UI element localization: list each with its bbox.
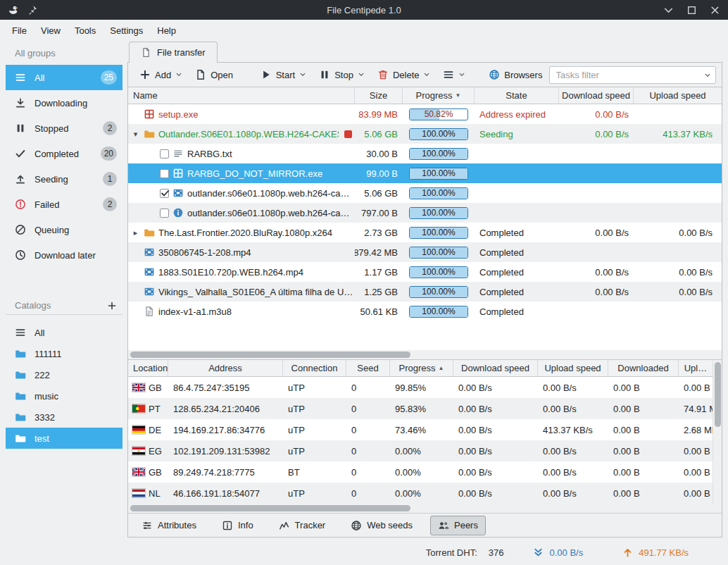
sidebar-item-stopped[interactable]: Stopped2 xyxy=(6,116,123,141)
task-row[interactable]: RARBG_DO_NOT_MIRROR.exe99.00 B100.00% xyxy=(128,163,722,183)
column-header-size[interactable]: Size xyxy=(355,87,403,104)
menu-item-help[interactable]: Help xyxy=(150,23,183,39)
progress-bar: 100.00% xyxy=(409,128,468,140)
task-row[interactable]: ▾Outlander.S06E01.1080p.WEB.H264-CAKES[r… xyxy=(128,124,722,144)
maximize-button[interactable] xyxy=(686,4,698,16)
catalog-item-label: All xyxy=(34,328,44,338)
task-download-speed-cell xyxy=(559,163,634,183)
info-file-icon xyxy=(172,207,184,218)
peer-row[interactable]: GB89.249.74.218:7775BT00.00%0.00 B/s0.00… xyxy=(128,461,713,483)
column-header-name[interactable]: Name xyxy=(128,87,355,104)
peer-address-cell: 102.191.209.131:53982 xyxy=(168,440,283,461)
peers-icon xyxy=(438,520,449,531)
check-icon xyxy=(15,148,26,159)
more-actions-button[interactable] xyxy=(437,66,471,83)
chevron-down-icon[interactable] xyxy=(704,72,711,79)
tab-web-seeds[interactable]: Web seeds xyxy=(343,516,420,535)
sidebar-item-seeding[interactable]: Seeding1 xyxy=(6,166,123,192)
catalog-item-test[interactable]: test xyxy=(6,428,123,449)
peers-vertical-scrollbar[interactable] xyxy=(713,360,722,504)
collapse-arrow-icon[interactable]: ▾ xyxy=(131,130,140,139)
catalog-item-music[interactable]: music xyxy=(6,385,123,406)
catalog-item-3332[interactable]: 3332 xyxy=(6,406,123,428)
catalog-item-all[interactable]: All xyxy=(6,322,123,343)
peer-column-header-connection[interactable]: Connection xyxy=(283,360,346,376)
peer-down-cell: 0.00 B/s xyxy=(453,483,538,504)
stop-button[interactable]: Stop xyxy=(313,66,370,83)
count-badge: 1 xyxy=(103,172,117,186)
task-row[interactable]: outlander.s06e01.1080p.web.h264-ca…797.0… xyxy=(128,203,722,223)
sidebar-item-completed[interactable]: Completed20 xyxy=(6,141,123,166)
minimize-button[interactable] xyxy=(663,4,674,16)
sidebar-item-download-later[interactable]: Download later xyxy=(6,242,123,268)
peer-column-header-progress[interactable]: Progress▲ xyxy=(390,360,453,376)
task-row[interactable]: outlander.s06e01.1080p.web.h264-ca…5.06 … xyxy=(128,183,722,203)
checkbox[interactable] xyxy=(160,169,169,178)
peer-column-header-seed[interactable]: Seed xyxy=(346,360,390,376)
peer-column-header-downloaded[interactable]: Downloaded xyxy=(608,360,679,376)
tab-attributes[interactable]: Attributes xyxy=(134,516,204,535)
peer-column-header-upl[interactable]: Upl… xyxy=(679,360,713,376)
scrollbar-thumb[interactable] xyxy=(130,505,410,511)
browsers-button[interactable]: Browsers xyxy=(483,66,548,83)
task-row[interactable]: RARBG.txt30.00 B100.00% xyxy=(128,144,722,163)
checkbox[interactable] xyxy=(160,189,169,198)
peer-column-header-location[interactable]: Location xyxy=(128,360,168,376)
peer-uploaded-cell: 0.00 B xyxy=(679,440,713,461)
checkbox[interactable] xyxy=(160,209,169,218)
peer-column-header-address[interactable]: Address xyxy=(168,360,283,376)
expand-arrow-icon[interactable]: ▸ xyxy=(131,228,140,237)
task-row[interactable]: 1883.S01E10.720p.WEB.h264.mp41.17 GB100.… xyxy=(128,262,722,282)
scrollbar-thumb[interactable] xyxy=(130,352,410,358)
column-header-upload-speed[interactable]: Upload speed xyxy=(634,87,722,104)
task-row[interactable]: Vikings_ Valhalla_S01E06_A última filha … xyxy=(128,282,722,302)
task-table-body: setup.exe83.99 MB50.82%Address expired0.… xyxy=(128,104,722,350)
column-header-progress[interactable]: Progress▼ xyxy=(403,87,475,104)
close-button[interactable] xyxy=(709,4,721,16)
add-button[interactable]: Add xyxy=(134,66,188,83)
menu-item-tools[interactable]: Tools xyxy=(68,23,103,39)
task-row[interactable]: 350806745-1-208.mp4879.42 MB100.00%Compl… xyxy=(128,242,722,262)
tab-file-transfer[interactable]: File transfer xyxy=(129,42,218,63)
peer-column-header-upload-speed[interactable]: Upload speed xyxy=(538,360,608,376)
sidebar-item-queuing[interactable]: Queuing xyxy=(6,217,123,242)
peers-horizontal-scrollbar[interactable] xyxy=(128,504,722,513)
column-label: Download speed xyxy=(461,363,529,373)
open-button[interactable]: Open xyxy=(189,66,239,83)
task-horizontal-scrollbar[interactable] xyxy=(128,350,722,359)
catalog-item-222[interactable]: 222 xyxy=(6,364,123,385)
tab-tracker[interactable]: Tracker xyxy=(271,516,334,535)
peer-row[interactable]: DE194.169.217.86:34776uTP073.46%0.00 B/s… xyxy=(128,419,713,440)
task-row[interactable]: setup.exe83.99 MB50.82%Address expired0.… xyxy=(128,104,722,124)
menu-item-view[interactable]: View xyxy=(34,23,68,39)
checkbox[interactable] xyxy=(160,149,169,159)
pin-icon[interactable] xyxy=(26,4,38,16)
column-label: Connection xyxy=(291,363,338,373)
menu-item-settings[interactable]: Settings xyxy=(103,23,150,39)
tab-peers[interactable]: Peers xyxy=(430,516,486,535)
column-header-state[interactable]: State xyxy=(475,87,559,104)
peer-row[interactable]: NL46.166.191.18:54077uTP00.00%0.00 B/s0.… xyxy=(128,483,713,504)
sidebar-item-all[interactable]: All25 xyxy=(6,65,123,90)
column-header-download-speed[interactable]: Download speed xyxy=(559,87,634,104)
peer-row[interactable]: EG102.191.209.131:53982uTP00.00%0.00 B/s… xyxy=(128,440,713,461)
peer-column-header-download-speed[interactable]: Download speed xyxy=(453,360,538,376)
sidebar-item-failed[interactable]: Failed2 xyxy=(6,192,123,217)
task-size-cell: 99.00 B xyxy=(355,163,403,183)
menu-item-file[interactable]: File xyxy=(5,23,34,39)
tasks-filter-input[interactable] xyxy=(549,66,716,84)
task-row[interactable]: index-v1-a1.m3u850.61 KB100.00%Completed xyxy=(128,302,722,321)
sidebar-item-label: Seeding xyxy=(34,174,94,185)
peer-connection-cell: uTP xyxy=(283,440,346,461)
peer-row[interactable]: GB86.4.75.247:35195uTP099.85%0.00 B/s0.0… xyxy=(128,377,713,398)
catalog-item-111111[interactable]: 111111 xyxy=(6,343,123,364)
delete-button[interactable]: Delete xyxy=(372,66,437,83)
scrollbar-thumb[interactable] xyxy=(715,362,721,427)
task-row[interactable]: ▸The.Last.Frontier.2020.BluRay.1080p.x26… xyxy=(128,223,722,242)
start-button[interactable]: Start xyxy=(255,66,312,83)
peer-row[interactable]: PT128.65.234.21:20406uTP095.83%0.00 B/s0… xyxy=(128,398,713,419)
add-catalog-button[interactable] xyxy=(107,301,117,311)
task-name: Vikings_ Valhalla_S01E06_A última filha … xyxy=(158,287,352,297)
tab-info[interactable]: Info xyxy=(214,516,261,535)
sidebar-item-downloading[interactable]: Downloading xyxy=(6,90,123,116)
